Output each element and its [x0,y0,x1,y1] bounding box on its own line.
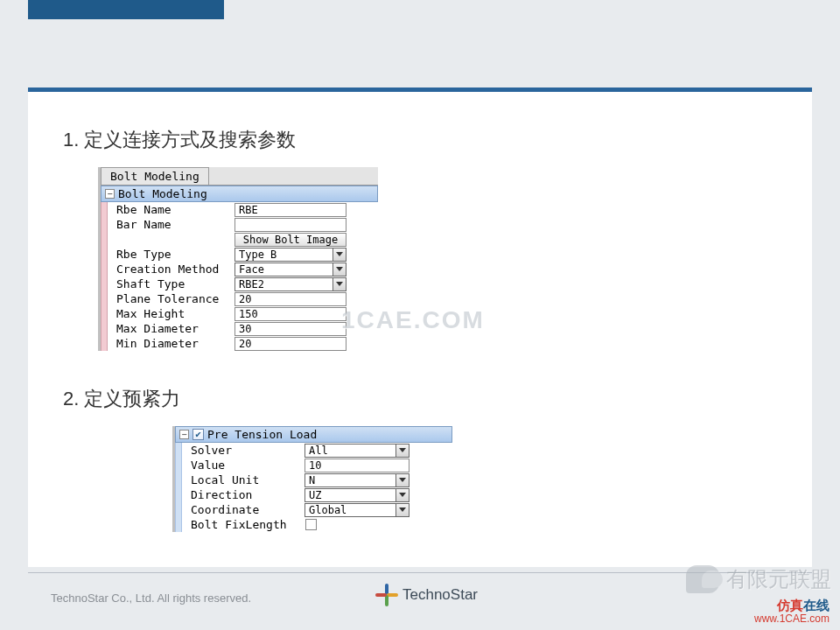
row-stripe [101,276,108,291]
header-blue-block [28,0,224,19]
label-bolt-fixlength: Bolt FixLength [182,517,304,532]
row-stripe [101,202,108,217]
chevron-down-icon [332,263,346,276]
label-empty [108,232,234,247]
site-name-b: 在线 [803,598,830,612]
wechat-text: 有限元联盟 [726,565,831,593]
row-stripe [101,336,108,351]
row-stripe [101,247,108,262]
site-url: www.1CAE.com [754,613,830,625]
wechat-badge: 有限元联盟 [686,565,831,593]
label-bar-name: Bar Name [108,217,234,232]
chevron-down-icon [396,474,409,486]
select-coordinate[interactable]: Global [304,503,410,517]
label-rbe-type: Rbe Type [108,247,234,262]
input-rbe-name[interactable] [234,203,346,217]
tab-bolt-modeling[interactable]: Bolt Modeling [101,167,209,186]
label-min-diameter: Min Diameter [108,336,234,351]
label-coordinate: Coordinate [182,502,304,517]
label-direction: Direction [182,487,304,502]
chevron-down-icon [396,444,409,457]
label-max-height: Max Height [108,306,234,321]
input-max-height[interactable] [234,307,346,321]
label-local-unit: Local Unit [182,472,304,487]
tab-filler [209,167,378,186]
button-show-bolt-image[interactable]: Show Bolt Image [234,233,346,247]
label-max-diameter: Max Diameter [108,321,234,336]
select-local-unit[interactable]: N [304,473,410,487]
pre-tension-panel: − ✔ Pre Tension Load Solver All Value Lo… [172,426,452,532]
group-header-pre-tension: − ✔ Pre Tension Load [175,426,452,443]
label-plane-tolerance: Plane Tolerance [108,291,234,306]
row-stripe [175,472,182,487]
row-stripe [175,487,182,502]
input-bar-name[interactable] [234,218,346,232]
chevron-down-icon [396,489,409,501]
row-stripe [101,306,108,321]
label-value: Value [182,458,304,472]
label-creation-method: Creation Method [108,262,234,276]
row-stripe [101,232,108,247]
input-plane-tolerance[interactable] [234,292,346,306]
logo-text: TechnoStar [402,586,478,604]
select-creation-method[interactable]: Face [234,262,346,276]
label-shaft-type: Shaft Type [108,276,234,291]
select-shaft-type[interactable]: RBE2 [234,277,346,291]
star-icon [376,584,397,606]
chevron-down-icon [332,278,346,290]
slide-body: 1. 定义连接方式及搜索参数 Bolt Modeling − Bolt Mode… [28,88,812,567]
row-stripe [175,517,182,532]
select-solver[interactable]: All [304,444,410,458]
label-solver: Solver [182,443,304,458]
technostar-logo: TechnoStar [376,584,478,606]
select-rbe-type[interactable]: Type B [234,248,346,262]
chevron-down-icon [332,248,346,261]
group-header-bolt-modeling: − Bolt Modeling [101,186,378,202]
checkbox-bolt-fixlength[interactable] [305,519,317,530]
collapse-toggle-icon[interactable]: − [179,430,189,439]
bolt-modeling-panel: Bolt Modeling − Bolt Modeling Rbe Name B… [98,167,378,351]
footer-copyright: TechnoStar Co., Ltd. All rights reserved… [51,592,251,605]
row-stripe [175,458,182,472]
section2-title: 2. 定义预紧力 [63,386,777,412]
row-stripe [101,291,108,306]
group-header-label: Pre Tension Load [207,428,317,441]
row-stripe [101,262,108,276]
checkbox-pre-tension[interactable]: ✔ [192,429,204,440]
input-max-diameter[interactable] [234,322,346,336]
group-header-label: Bolt Modeling [118,187,207,200]
row-stripe [101,321,108,336]
section1-title: 1. 定义连接方式及搜索参数 [63,127,777,153]
row-stripe [175,443,182,458]
input-value[interactable] [304,458,410,472]
row-stripe [175,502,182,517]
wechat-icon [686,565,719,593]
collapse-toggle-icon[interactable]: − [105,189,115,199]
chevron-down-icon [396,504,409,516]
row-stripe [101,217,108,232]
site-name-a: 仿真 [777,598,803,612]
select-direction[interactable]: UZ [304,488,410,502]
label-rbe-name: Rbe Name [108,202,234,217]
site-badge: 仿真在线 www.1CAE.com [754,598,830,625]
input-min-diameter[interactable] [234,337,346,351]
